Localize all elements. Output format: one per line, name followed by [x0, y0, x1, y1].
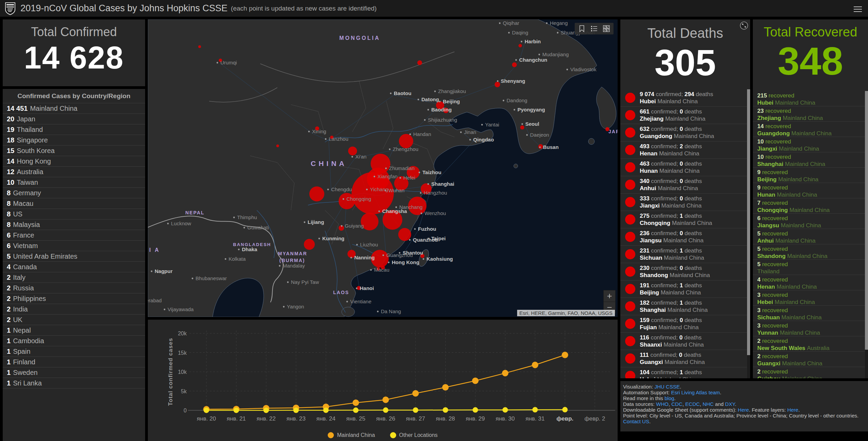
data-point[interactable] — [443, 407, 448, 413]
recovered-row[interactable]: 3 recoveredYunnan Mainland China — [753, 321, 868, 336]
recovered-row[interactable]: 5 recoveredShandong Mainland China — [753, 244, 868, 260]
case-bubble[interactable] — [518, 44, 522, 47]
recovered-row[interactable]: 5 recovered Thailand — [753, 260, 868, 275]
data-point[interactable] — [263, 408, 269, 413]
country-row[interactable]: 8Germany — [3, 188, 145, 198]
recovered-row[interactable]: 9 recoveredBeijing Mainland China — [753, 168, 868, 183]
country-row[interactable]: 2UK — [3, 315, 145, 325]
legend-list-icon[interactable] — [589, 24, 599, 34]
map-panel[interactable]: QiqiharDaqingHegangShuangyashanHarbinMud… — [148, 19, 618, 317]
death-row[interactable]: 275 confirmed; 1 deathsChongqing Mainlan… — [620, 211, 750, 228]
data-point[interactable] — [472, 378, 479, 384]
death-row[interactable]: 661 confirmed; 0 deathsZhejiang Mainland… — [620, 107, 750, 124]
country-row[interactable]: 2Philippines — [3, 293, 145, 304]
country-row[interactable]: 15South Korea — [3, 146, 145, 156]
data-point[interactable] — [383, 407, 388, 413]
data-point[interactable] — [353, 399, 359, 406]
case-bubble[interactable] — [538, 144, 543, 149]
recovered-row[interactable]: 7 recoveredChongqing Mainland China — [753, 198, 868, 214]
credits-link[interactable]: Here — [738, 407, 749, 413]
death-row[interactable]: 116 confirmed; 0 deathsShaanxi Mainland … — [620, 333, 750, 350]
death-row[interactable]: 9 074 confirmed; 294 deathsHubei Mainlan… — [620, 89, 750, 107]
country-row[interactable]: 14 451Mainland China — [3, 103, 145, 114]
recovered-row[interactable]: 2 recoveredNew South Wales Australia — [753, 336, 868, 352]
recovered-row[interactable]: 14 recoveredGuangdong Mainland China — [753, 122, 868, 137]
credits-link[interactable]: WHO — [656, 401, 669, 407]
country-row[interactable]: 1Nepal — [3, 325, 145, 336]
case-bubble[interactable] — [371, 154, 390, 173]
credits-link[interactable]: DXY — [725, 401, 735, 407]
recovered-row[interactable]: 2 recoveredGuangxi Mainland China — [753, 352, 868, 367]
data-point[interactable] — [532, 362, 538, 368]
country-row[interactable]: 10Taiwan — [3, 177, 145, 188]
confirmed-cases-chart[interactable]: 05k10k15k20kTotal confirmed casesянв. 20… — [148, 320, 618, 441]
country-row[interactable]: 12Australia — [3, 167, 145, 177]
data-point[interactable] — [472, 407, 478, 413]
credits-link[interactable]: JHU CSSE — [654, 384, 680, 390]
country-row[interactable]: 14Hong Kong — [3, 156, 145, 167]
case-bubble[interactable] — [276, 145, 279, 147]
credits-link[interactable]: ECDC — [685, 401, 700, 407]
death-row[interactable]: 463 confirmed; 0 deathsHunan Mainland Ch… — [620, 159, 750, 176]
hamburger-icon[interactable] — [854, 5, 862, 14]
case-bubble[interactable] — [417, 60, 422, 65]
deaths-scrollbar[interactable] — [747, 89, 750, 378]
country-row[interactable]: 8US — [3, 209, 145, 219]
recovered-row[interactable]: 4 recoveredHenan Mainland China — [753, 275, 868, 290]
death-row[interactable]: 236 confirmed; 0 deathsJiangsu Mainland … — [620, 228, 750, 246]
data-point[interactable] — [413, 407, 418, 413]
country-row[interactable]: 6France — [3, 230, 145, 241]
death-row[interactable]: 231 confirmed; 1 deathsSichuan Mainland … — [620, 246, 750, 263]
country-row[interactable]: 1Sweden — [3, 367, 145, 378]
bookmark-icon[interactable] — [577, 24, 587, 34]
data-point[interactable] — [442, 384, 449, 391]
country-row[interactable]: 4Canada — [3, 262, 145, 272]
country-row[interactable]: 1Cambodia — [3, 336, 145, 346]
country-row[interactable]: 5United Arab Emirates — [3, 251, 145, 262]
case-bubble[interactable] — [520, 125, 524, 130]
death-row[interactable]: 340 confirmed; 0 deathsAnhui Mainland Ch… — [620, 176, 750, 194]
death-row[interactable]: 182 confirmed; 1 deathsShanghai Mainland… — [620, 298, 750, 315]
legend-item[interactable]: Mainland China — [328, 432, 375, 438]
case-bubble[interactable] — [495, 82, 500, 87]
recovered-row[interactable]: 5 recoveredAnhui Mainland China — [753, 229, 868, 244]
data-point[interactable] — [204, 408, 209, 413]
credits-link[interactable]: CDC — [671, 401, 683, 407]
recovered-scrollbar[interactable] — [865, 91, 868, 378]
country-row[interactable]: 8Malaysia — [3, 219, 145, 230]
country-row[interactable]: 1Spain — [3, 346, 145, 357]
country-row[interactable]: 1Sri Lanka — [3, 378, 145, 389]
country-row[interactable]: 1Finland — [3, 357, 145, 367]
zoom-in-button[interactable]: + — [604, 290, 615, 302]
data-point[interactable] — [562, 407, 568, 412]
death-row[interactable]: 191 confirmed; 1 deathsBeijing Mainland … — [620, 280, 750, 298]
legend-item[interactable]: Other Locations — [390, 432, 438, 438]
data-point[interactable] — [562, 352, 568, 358]
expand-icon[interactable] — [740, 21, 748, 31]
data-point[interactable] — [502, 407, 508, 413]
country-row[interactable]: 19Thailand — [3, 124, 145, 135]
recovered-row[interactable]: 6 recoveredJiangsu Mainland China — [753, 214, 868, 229]
data-point[interactable] — [412, 390, 419, 397]
country-row[interactable]: 18Singapore — [3, 135, 145, 146]
death-row[interactable]: 159 confirmed; 0 deathsFujian Mainland C… — [620, 315, 750, 333]
data-point[interactable] — [293, 408, 299, 413]
case-bubble[interactable] — [512, 62, 517, 67]
recovered-row[interactable]: 23 recoveredZhejiang Mainland China — [753, 106, 868, 122]
death-row[interactable]: 111 confirmed; 0 deathsGuangxi Mainland … — [620, 350, 750, 367]
recovered-row[interactable]: 9 recoveredHunan Mainland China — [753, 183, 868, 198]
basemap-grid-icon[interactable] — [601, 24, 611, 34]
country-row[interactable]: 2Russia — [3, 283, 145, 293]
credits-link[interactable]: blog — [665, 395, 674, 401]
recovered-row[interactable]: 3 recoveredSichuan Mainland China — [753, 306, 868, 321]
country-row[interactable]: 20Japan — [3, 114, 145, 124]
credits-link[interactable]: Esri Living Atlas team — [671, 390, 720, 395]
data-point[interactable] — [353, 408, 358, 413]
country-row[interactable]: 8Macau — [3, 198, 145, 209]
country-row[interactable]: 2Italy — [3, 272, 145, 283]
credits-link[interactable]: Here — [787, 407, 799, 413]
case-bubble[interactable] — [304, 239, 315, 250]
case-bubble[interactable] — [398, 228, 411, 241]
death-row[interactable]: 230 confirmed; 0 deathsShandong Mainland… — [620, 263, 750, 280]
recovered-row[interactable]: 10 recoveredShanghai Mainland China — [753, 152, 868, 168]
